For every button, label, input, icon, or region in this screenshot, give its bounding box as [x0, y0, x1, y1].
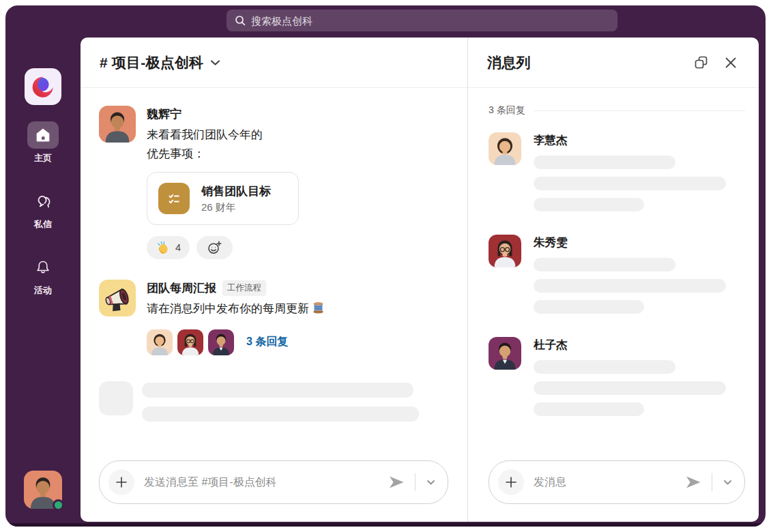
skeleton-bar	[534, 258, 675, 271]
thread-title: 消息列	[487, 53, 531, 72]
goal-card[interactable]: 销售团队目标 26 财年	[147, 172, 299, 225]
message-text: 请在消息列中发布你的每周更新	[147, 299, 324, 321]
skeleton-bar	[534, 198, 644, 211]
workspace-crescent-icon	[28, 72, 58, 102]
activity-bell-icon	[27, 254, 59, 281]
channel-composer-wrap	[81, 452, 467, 522]
channel-pane: # 项目-极点创科 魏辉宁 来看看我们团队今年的 优先事项：	[81, 38, 468, 522]
add-reaction-icon	[207, 241, 222, 254]
search-icon	[235, 15, 246, 26]
message-body: 团队每周汇报 工作流程 请在消息列中发布你的每周更新 3 条回复	[147, 280, 324, 355]
plus-icon	[505, 476, 517, 488]
skeleton-bar	[534, 300, 644, 314]
thread-composer-wrap	[468, 452, 759, 522]
channel-title: # 项目-极点创科	[100, 53, 203, 72]
message: 团队每周汇报 工作流程 请在消息列中发布你的每周更新 3 条回复	[99, 280, 448, 355]
thread-spool-icon	[312, 301, 324, 321]
add-reaction-button[interactable]	[197, 236, 233, 259]
sidebar-item-home[interactable]: 主页	[27, 121, 59, 164]
search-bar[interactable]	[227, 10, 617, 31]
skeleton-bar	[534, 360, 675, 374]
close-icon	[725, 57, 737, 69]
message-input[interactable]	[144, 476, 378, 488]
skeleton-bar	[142, 383, 413, 398]
reply-author[interactable]: 杜子杰	[534, 338, 568, 351]
left-rail: 主页 私信 活动	[5, 5, 81, 527]
reaction-clap[interactable]: 4	[147, 236, 190, 259]
close-thread-button[interactable]	[721, 53, 741, 73]
attach-plus-button[interactable]	[108, 469, 134, 495]
skeleton-bar	[534, 279, 726, 293]
plus-icon	[115, 476, 128, 488]
channel-header: # 项目-极点创科	[81, 38, 467, 88]
send-button[interactable]	[684, 475, 702, 490]
avatar-zhu[interactable]	[489, 235, 521, 267]
thread-reply: 朱秀雯	[489, 235, 745, 314]
popout-icon	[694, 55, 708, 70]
send-paper-plane-icon	[388, 475, 405, 490]
reply-count-label: 3 条回复	[489, 104, 525, 117]
thread-preview-row: 3 条回复	[147, 329, 324, 355]
reply-count-row: 3 条回复	[489, 104, 745, 117]
presence-indicator-online	[53, 499, 64, 511]
reply-count-rule	[534, 110, 745, 111]
avatar-du[interactable]	[489, 337, 521, 370]
thread-header: 消息列	[468, 38, 759, 88]
reply-author[interactable]: 朱秀雯	[534, 236, 568, 248]
reaction-count: 4	[175, 242, 181, 253]
skeleton-bar	[534, 177, 726, 190]
reply-input[interactable]	[534, 476, 675, 488]
message-body: 魏辉宁 来看看我们团队今年的 优先事项：	[147, 106, 299, 259]
workflow-badge: 工作流程	[222, 280, 266, 296]
avatar-du[interactable]	[208, 329, 234, 355]
message-author[interactable]: 团队每周汇报	[147, 280, 216, 296]
thread-body: 3 条回复 李慧杰	[468, 88, 759, 452]
home-icon	[27, 121, 59, 149]
current-user-avatar[interactable]	[24, 471, 62, 509]
composer-divider	[415, 473, 416, 491]
message-author[interactable]: 魏辉宁	[147, 106, 181, 122]
skeleton-bar	[142, 407, 419, 422]
avatar-wei[interactable]	[99, 106, 136, 143]
sidebar-item-activity[interactable]: 活动	[27, 254, 59, 297]
skeleton-bar	[534, 156, 675, 169]
thread-reply: 李慧杰	[489, 132, 745, 211]
channel-title-button[interactable]: # 项目-极点创科	[100, 53, 220, 72]
content-area: # 项目-极点创科 魏辉宁 来看看我们团队今年的 优先事项：	[81, 38, 759, 522]
composer-divider	[712, 473, 712, 491]
workspace-logo[interactable]	[25, 68, 61, 105]
thread-composer[interactable]	[489, 460, 745, 504]
sidebar-item-label: 主页	[34, 152, 52, 164]
avatar-li[interactable]	[147, 329, 173, 355]
checklist-icon	[158, 183, 190, 214]
chevron-down-icon	[210, 59, 220, 66]
send-options-chevron[interactable]	[425, 478, 437, 487]
app-window: 主页 私信 活动	[5, 5, 766, 527]
reply-author[interactable]: 李慧杰	[534, 134, 568, 146]
loading-message-skeleton	[99, 381, 448, 422]
skeleton-avatar	[99, 381, 133, 415]
search-input[interactable]	[251, 15, 609, 27]
avatar-li[interactable]	[489, 132, 521, 165]
chevron-down-icon	[723, 479, 732, 486]
channel-composer[interactable]	[99, 460, 448, 504]
thread-replies-link[interactable]: 3 条回复	[246, 335, 288, 349]
send-options-chevron[interactable]	[722, 478, 733, 487]
popout-button[interactable]	[690, 53, 711, 73]
avatar-zhu[interactable]	[177, 329, 203, 355]
attach-plus-button[interactable]	[498, 469, 524, 495]
sidebar-item-dms[interactable]: 私信	[27, 188, 59, 231]
sidebar-item-label: 活动	[34, 284, 52, 297]
dms-icon	[27, 188, 59, 215]
thread-pane: 消息列 3 条回复	[468, 38, 759, 522]
reactions-row: 4	[147, 236, 299, 259]
sidebar-item-label: 私信	[34, 218, 52, 231]
goal-card-title: 销售团队目标	[201, 183, 271, 199]
avatar-workflow-megaphone[interactable]	[99, 280, 136, 316]
send-button[interactable]	[388, 475, 405, 490]
message-list: 魏辉宁 来看看我们团队今年的 优先事项：	[81, 88, 467, 452]
message: 魏辉宁 来看看我们团队今年的 优先事项：	[99, 106, 448, 259]
skeleton-bar	[534, 381, 726, 395]
send-paper-plane-icon	[684, 475, 702, 490]
goal-card-subtitle: 26 财年	[201, 201, 271, 214]
